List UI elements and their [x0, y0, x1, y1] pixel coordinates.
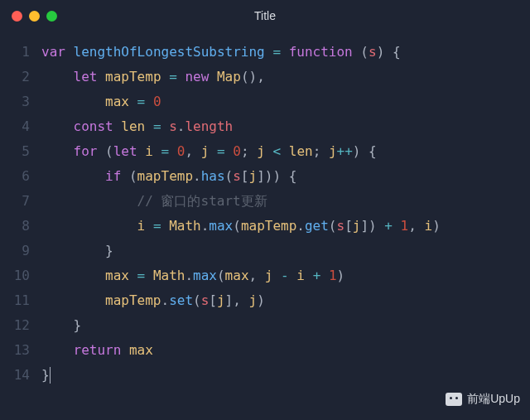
- line-number: 8: [0, 214, 41, 239]
- code-content[interactable]: max = 0: [41, 89, 161, 114]
- line-number: 7: [0, 189, 41, 214]
- code-content[interactable]: }: [41, 313, 81, 338]
- code-content[interactable]: return max: [41, 338, 153, 363]
- code-line[interactable]: 6 if (mapTemp.has(s[j])) {: [0, 164, 530, 189]
- code-line[interactable]: 14}: [0, 363, 530, 388]
- line-number: 12: [0, 313, 41, 338]
- line-number: 5: [0, 139, 41, 164]
- code-content[interactable]: let mapTemp = new Map(),: [41, 65, 265, 89]
- line-number: 9: [0, 239, 41, 263]
- code-line[interactable]: 9 }: [0, 239, 530, 263]
- code-content[interactable]: const len = s.length: [41, 114, 233, 139]
- zoom-icon[interactable]: [46, 11, 57, 22]
- code-line[interactable]: 1var lengthOfLongestSubstring = function…: [0, 40, 530, 65]
- code-line[interactable]: 7 // 窗口的start更新: [0, 189, 530, 214]
- code-content[interactable]: var lengthOfLongestSubstring = function …: [41, 40, 401, 65]
- line-number: 2: [0, 65, 41, 89]
- text-cursor: [50, 367, 51, 384]
- code-content[interactable]: }: [41, 363, 51, 388]
- code-line[interactable]: 13 return max: [0, 338, 530, 363]
- watermark-text: 前端UpUp: [467, 392, 520, 407]
- code-line[interactable]: 12 }: [0, 313, 530, 338]
- code-content[interactable]: max = Math.max(max, j - i + 1): [41, 263, 344, 288]
- code-line[interactable]: 2 let mapTemp = new Map(),: [0, 65, 530, 89]
- traffic-lights: [12, 11, 57, 22]
- close-icon[interactable]: [12, 11, 22, 22]
- code-content[interactable]: }: [41, 239, 113, 263]
- code-line[interactable]: 10 max = Math.max(max, j - i + 1): [0, 263, 530, 288]
- line-number: 10: [0, 263, 41, 288]
- wechat-icon: [446, 393, 462, 406]
- line-number: 13: [0, 338, 41, 363]
- code-content[interactable]: for (let i = 0, j = 0; j < len; j++) {: [41, 139, 377, 164]
- code-line[interactable]: 11 mapTemp.set(s[j], j): [0, 288, 530, 313]
- code-content[interactable]: mapTemp.set(s[j], j): [41, 288, 265, 313]
- code-content[interactable]: // 窗口的start更新: [41, 189, 267, 214]
- line-number: 6: [0, 164, 41, 189]
- code-content[interactable]: i = Math.max(mapTemp.get(s[j]) + 1, i): [41, 214, 441, 239]
- code-content[interactable]: if (mapTemp.has(s[j])) {: [41, 164, 296, 189]
- watermark: 前端UpUp: [446, 392, 520, 407]
- line-number: 3: [0, 89, 41, 114]
- code-line[interactable]: 4 const len = s.length: [0, 114, 530, 139]
- code-line[interactable]: 5 for (let i = 0, j = 0; j < len; j++) {: [0, 139, 530, 164]
- titlebar: Title: [0, 0, 530, 31]
- code-line[interactable]: 3 max = 0: [0, 89, 530, 114]
- window-title: Title: [0, 9, 530, 22]
- minimize-icon[interactable]: [29, 11, 40, 22]
- code-line[interactable]: 8 i = Math.max(mapTemp.get(s[j]) + 1, i): [0, 214, 530, 239]
- line-number: 11: [0, 288, 41, 313]
- line-number: 1: [0, 40, 41, 65]
- line-number: 4: [0, 114, 41, 139]
- line-number: 14: [0, 363, 41, 388]
- code-editor[interactable]: 1var lengthOfLongestSubstring = function…: [0, 31, 530, 388]
